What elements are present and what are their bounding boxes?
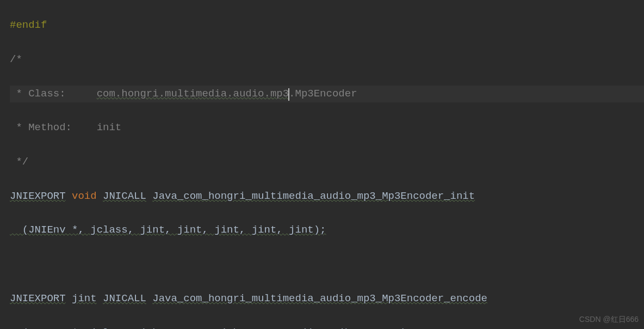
code-line: JNIEXPORT jint JNICALL Java_com_hongri_m… (10, 290, 644, 307)
jniexport-macro: JNIEXPORT (10, 190, 66, 202)
code-line: * Method: init (10, 119, 644, 136)
code-editor[interactable]: #endif /* * Class: com.hongri.multimedia… (0, 0, 644, 329)
code-line: /* (10, 51, 644, 68)
params-encode: (JNIEnv *, jclass, jshortArray, jshortAr… (10, 327, 413, 329)
func-encode: Java_com_hongri_multimedia_audio_mp3_Mp3… (152, 293, 487, 304)
jnicall-macro: JNICALL (103, 190, 146, 202)
code-line: #endif (10, 17, 644, 34)
jnicall-macro: JNICALL (103, 293, 146, 304)
code-line: */ (10, 154, 644, 170)
comment-class-b: .Mp3Encoder (289, 88, 357, 100)
code-line: (JNIEnv *, jclass, jshortArray, jshortAr… (10, 325, 644, 329)
comment-class-label: * Class: (10, 88, 97, 100)
jint-type: jint (72, 293, 97, 304)
preproc-endif: #endif (10, 19, 47, 31)
comment-class-a: com.hongri.multimedia.audio.mp3 (97, 88, 289, 100)
code-line-current: * Class: com.hongri.multimedia.audio.mp3… (10, 86, 644, 102)
comment-method: * Method: init (10, 121, 121, 133)
comment-close: */ (10, 156, 28, 168)
code-line-blank (10, 256, 644, 273)
jniexport-macro: JNIEXPORT (10, 293, 66, 304)
text-cursor (288, 88, 289, 101)
params-init: (JNIEnv *, jclass, jint, jint, jint, jin… (10, 224, 326, 236)
code-line: (JNIEnv *, jclass, jint, jint, jint, jin… (10, 222, 644, 239)
code-line: JNIEXPORT void JNICALL Java_com_hongri_m… (10, 188, 644, 205)
keyword-void: void (72, 190, 97, 202)
comment-open: /* (10, 53, 22, 65)
watermark: CSDN @红日666 (579, 313, 639, 326)
func-init: Java_com_hongri_multimedia_audio_mp3_Mp3… (152, 190, 475, 202)
